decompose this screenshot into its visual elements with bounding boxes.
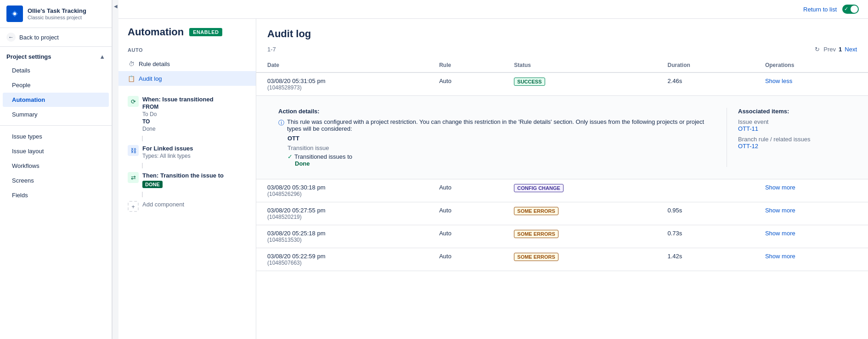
sidebar-item-workflows[interactable]: Workflows — [3, 159, 109, 173]
show-more-button[interactable]: Show more — [765, 207, 795, 214]
done-badge: DONE — [142, 181, 163, 188]
table-row: 03/08/20 05:30:18 pm (1048526296) Auto C… — [256, 179, 868, 202]
cell-date: 03/08/20 05:31:05 pm (1048528973) — [256, 72, 428, 96]
linked-title: For Linked issues — [142, 145, 247, 152]
date-main: 03/08/20 05:27:55 pm — [267, 207, 417, 214]
show-more-button[interactable]: Show more — [765, 184, 795, 191]
sidebar-item-issue-layout[interactable]: Issue layout — [3, 144, 109, 158]
doc-icon: 📋 — [128, 75, 135, 82]
action-details-text: ⓘ This rule was configured with a projec… — [278, 118, 716, 132]
associated-title: Associated items: — [738, 108, 846, 115]
audit-log-panel: Audit log 1-7 ↻ Prev 1 Next Date Rule St… — [256, 19, 868, 339]
fields-label: Fields — [12, 192, 28, 199]
rule-connector-3 — [142, 192, 247, 197]
then-title: Then: Transition the issue to — [142, 172, 247, 179]
sidebar-item-summary[interactable]: Summary — [3, 107, 109, 122]
status-badge: SOME ERRORS — [514, 253, 558, 261]
cell-rule: Auto — [428, 225, 503, 248]
check-icon: ✓ — [287, 153, 293, 160]
date-id: (1048526296) — [267, 191, 417, 197]
collapse-icon[interactable]: ▲ — [99, 53, 105, 60]
ott-tag: OTT — [287, 135, 299, 142]
summary-label: Summary — [12, 111, 38, 118]
cell-date: 03/08/20 05:25:18 pm (1048513530) — [256, 225, 428, 248]
sidebar-item-issue-types[interactable]: Issue types — [3, 129, 109, 144]
sidebar-item-fields[interactable]: Fields — [3, 188, 109, 202]
sidebar-item-automation[interactable]: Automation — [3, 93, 109, 107]
rule-then: ⇄ Then: Transition the issue to DONE — [128, 168, 247, 192]
action-details-body: This rule was configured with a project … — [287, 118, 716, 132]
clock-icon: ⏱ — [128, 60, 135, 67]
cell-date: 03/08/20 05:27:55 pm (1048520219) — [256, 202, 428, 225]
sidebar-nav: Project settings ▲ Details People Automa… — [0, 47, 112, 339]
col-duration: Duration — [657, 58, 754, 72]
cell-status: SOME ERRORS — [503, 225, 656, 248]
sidebar-item-people[interactable]: People — [3, 78, 109, 92]
transition-item: ✓ Transitioned issues to — [278, 153, 716, 160]
status-badge: SOME ERRORS — [514, 207, 558, 215]
trigger-icon: ⟳ — [128, 96, 139, 107]
return-to-list-btn[interactable]: Return to list — [803, 6, 837, 13]
prev-button[interactable]: Prev — [823, 46, 836, 53]
screens-label: Screens — [12, 177, 34, 184]
transition-label: Transition issue — [278, 144, 716, 151]
date-main: 03/08/20 05:30:18 pm — [267, 184, 417, 191]
cell-operation: Show more — [754, 179, 868, 202]
collapse-chevron: ◀ — [114, 4, 118, 9]
people-label: People — [12, 82, 30, 89]
auto-nav: ⏱ Rule details 📋 Audit log — [118, 55, 256, 88]
action-details-sub: OTT — [278, 135, 716, 142]
enabled-badge: ENABLED — [189, 28, 222, 36]
date-id: (1048528973) — [267, 84, 417, 91]
sidebar-collapse-toggle[interactable]: ◀ — [112, 0, 118, 339]
info-icon: ⓘ — [278, 119, 284, 127]
table-row: 03/08/20 05:27:55 pm (1048520219) Auto S… — [256, 202, 868, 225]
cell-duration: 1.42s — [657, 248, 754, 271]
automation-left-panel: Automation ENABLED Auto ⏱ Rule details 📋… — [118, 19, 256, 339]
trigger-to-value: Done — [142, 126, 247, 132]
cell-duration — [657, 179, 754, 202]
status-badge: SUCCESS — [514, 78, 545, 86]
branch-link[interactable]: OTT-12 — [738, 143, 846, 150]
issue-link[interactable]: OTT-11 — [738, 125, 846, 132]
cell-status: CONFIG CHANGE — [503, 179, 656, 202]
cell-duration: 0.95s — [657, 202, 754, 225]
top-bar: Return to list ✓ — [118, 0, 868, 19]
audit-log-nav[interactable]: 📋 Audit log — [118, 71, 256, 86]
audit-pagination: ↻ Prev 1 Next — [813, 45, 857, 53]
trigger-to: TO — [142, 118, 247, 125]
automation-toggle[interactable]: ✓ — [842, 5, 859, 14]
cell-status: SOME ERRORS — [503, 202, 656, 225]
cell-operation: Show more — [754, 202, 868, 225]
show-more-button[interactable]: Show more — [765, 253, 795, 260]
project-name: Ollie's Task Tracking — [28, 7, 86, 15]
automation-title: Automation — [128, 26, 184, 38]
audit-log-header: Audit log — [256, 19, 868, 45]
issue-event-label: Issue event — [738, 118, 846, 125]
issue-layout-label: Issue layout — [12, 148, 44, 155]
page-number: 1 — [839, 46, 842, 53]
expanded-inner: Action details: ⓘ This rule was configur… — [267, 100, 857, 174]
col-rule: Rule — [428, 58, 503, 72]
back-to-project-btn[interactable]: ← Back to project — [0, 28, 112, 47]
col-status: Status — [503, 58, 656, 72]
date-main: 03/08/20 05:25:18 pm — [267, 230, 417, 237]
show-more-button[interactable]: Show more — [765, 230, 795, 237]
sidebar-item-details[interactable]: Details — [3, 63, 109, 78]
refresh-icon[interactable]: ↻ — [813, 45, 821, 53]
next-button[interactable]: Next — [845, 46, 857, 53]
rule-trigger: ⟳ When: Issue transitioned FROM To Do TO… — [128, 92, 247, 136]
rule-add-component[interactable]: + Add component — [128, 197, 247, 216]
automation-label: Automation — [12, 96, 45, 103]
action-details-title: Action details: — [278, 108, 716, 115]
sidebar-item-screens[interactable]: Screens — [3, 173, 109, 188]
show-less-button[interactable]: Show less — [765, 78, 792, 84]
rule-details-nav[interactable]: ⏱ Rule details — [118, 56, 256, 71]
date-id: (1048507663) — [267, 260, 417, 266]
date-main: 03/08/20 05:31:05 pm — [267, 78, 417, 84]
cell-date: 03/08/20 05:30:18 pm (1048526296) — [256, 179, 428, 202]
cell-rule: Auto — [428, 179, 503, 202]
cell-operation: Show more — [754, 225, 868, 248]
audit-log-label: Audit log — [139, 75, 162, 82]
cell-duration: 0.73s — [657, 225, 754, 248]
